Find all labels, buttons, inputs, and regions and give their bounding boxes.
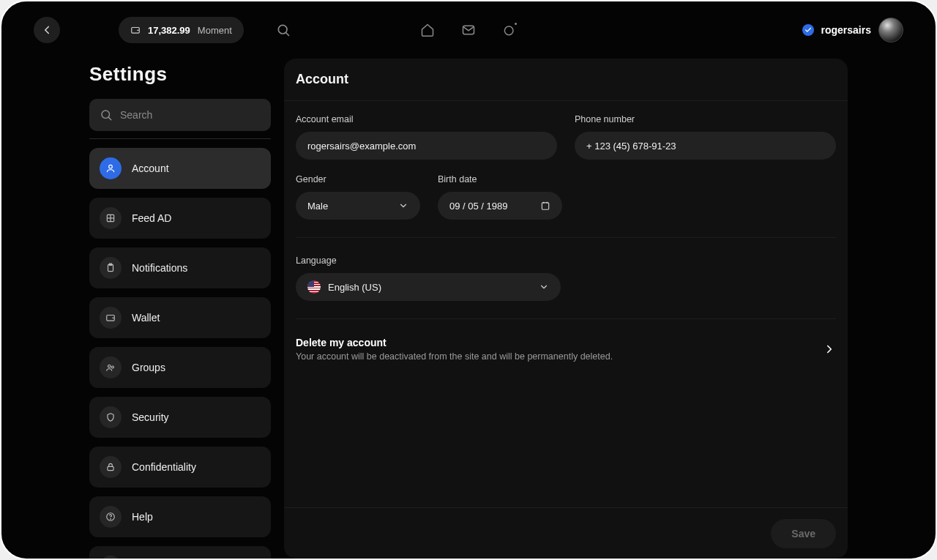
- sidebar-item-label: Help: [132, 511, 153, 523]
- sidebar-item-label: Wallet: [132, 312, 160, 324]
- sidebar-item-groups[interactable]: Groups: [89, 347, 271, 388]
- divider: [296, 237, 836, 238]
- search-icon: [100, 108, 113, 122]
- label-birth: Birth date: [438, 174, 562, 184]
- label-gender: Gender: [296, 174, 420, 184]
- delete-title: Delete my account: [296, 337, 613, 348]
- sidebar-item-label: Notifications: [132, 262, 187, 274]
- sidebar-item-confidentiality[interactable]: Confidentiality: [89, 447, 271, 488]
- nav-messages[interactable]: [461, 23, 476, 37]
- clipboard-icon: [100, 257, 122, 279]
- svg-line-2: [286, 33, 289, 36]
- wallet-icon: [100, 307, 122, 329]
- balance-pill[interactable]: 17,382.99 Moment: [119, 17, 244, 43]
- notification-dot-icon: [513, 21, 518, 26]
- sidebar-item-label: Account: [132, 163, 169, 174]
- language-select[interactable]: English (US): [296, 273, 561, 301]
- chevron-down-icon: [539, 282, 549, 292]
- sidebar-item-label: Security: [132, 411, 169, 423]
- avatar[interactable]: [878, 18, 903, 42]
- search-icon: [276, 23, 291, 37]
- svg-line-6: [108, 117, 111, 119]
- wallet-icon: [130, 25, 141, 35]
- svg-rect-16: [108, 466, 113, 470]
- lock-icon: [100, 456, 122, 478]
- svg-rect-22: [542, 203, 548, 209]
- back-button[interactable]: [34, 17, 60, 43]
- users-icon: [100, 356, 122, 378]
- sidebar-item-information[interactable]: Information: [89, 546, 271, 560]
- gender-select[interactable]: Male: [296, 192, 420, 220]
- verified-badge-icon: [802, 24, 814, 36]
- language-value: English (US): [328, 282, 381, 293]
- settings-search[interactable]: Search: [89, 99, 271, 131]
- sidebar-item-wallet[interactable]: Wallet: [89, 297, 271, 338]
- gender-value: Male: [307, 201, 328, 212]
- email-field[interactable]: [296, 132, 557, 160]
- info-icon: [100, 556, 122, 560]
- sidebar-item-security[interactable]: Security: [89, 397, 271, 438]
- svg-point-15: [111, 366, 113, 368]
- shield-icon: [100, 406, 122, 428]
- nav-notifications[interactable]: [502, 23, 517, 37]
- balance-amount: 17,382.99: [148, 25, 190, 36]
- chevron-right-icon: [823, 343, 836, 356]
- nav-home[interactable]: [420, 23, 435, 37]
- top-search-button[interactable]: [276, 23, 291, 37]
- sidebar-item-label: Confidentiality: [132, 461, 196, 473]
- label-phone: Phone number: [575, 114, 836, 124]
- sidebar-divider: [89, 138, 271, 139]
- label-language: Language: [296, 255, 561, 266]
- chevron-left-icon: [40, 23, 53, 37]
- sidebar-item-label: Groups: [132, 362, 165, 373]
- sidebar-item-feed-ad[interactable]: Feed AD: [89, 198, 271, 239]
- grid-icon: [100, 207, 122, 229]
- sidebar-item-help[interactable]: Help: [89, 496, 271, 537]
- page-title: Settings: [89, 63, 271, 86]
- help-icon: [100, 506, 122, 528]
- calendar-icon: [540, 201, 550, 211]
- birth-date-field[interactable]: 09 / 05 / 1989: [438, 192, 562, 220]
- label-email: Account email: [296, 114, 557, 124]
- balance-unit: Moment: [198, 25, 232, 36]
- panel-title: Account: [284, 59, 848, 101]
- chevron-down-icon: [398, 201, 408, 211]
- svg-point-4: [504, 26, 513, 35]
- user-icon: [100, 157, 122, 179]
- svg-point-18: [111, 519, 111, 520]
- divider: [296, 318, 836, 319]
- mail-icon: [461, 23, 476, 37]
- sidebar-item-label: Feed AD: [132, 212, 171, 224]
- username-label: rogersairs: [821, 24, 871, 36]
- phone-field[interactable]: [575, 132, 836, 160]
- flag-us-icon: [307, 280, 321, 294]
- account-panel: Account Account email Phone number Gende…: [284, 59, 848, 559]
- delete-desc: Your account will be deactivated from th…: [296, 351, 613, 362]
- svg-point-7: [109, 165, 113, 168]
- svg-point-14: [108, 365, 111, 368]
- birth-value: 09 / 05 / 1989: [449, 201, 508, 212]
- save-button[interactable]: Save: [771, 519, 836, 548]
- sidebar-item-notifications[interactable]: Notifications: [89, 247, 271, 288]
- delete-account-row[interactable]: Delete my account Your account will be d…: [296, 337, 836, 362]
- sidebar-item-account[interactable]: Account: [89, 148, 271, 189]
- home-icon: [420, 23, 435, 37]
- search-placeholder: Search: [120, 109, 152, 121]
